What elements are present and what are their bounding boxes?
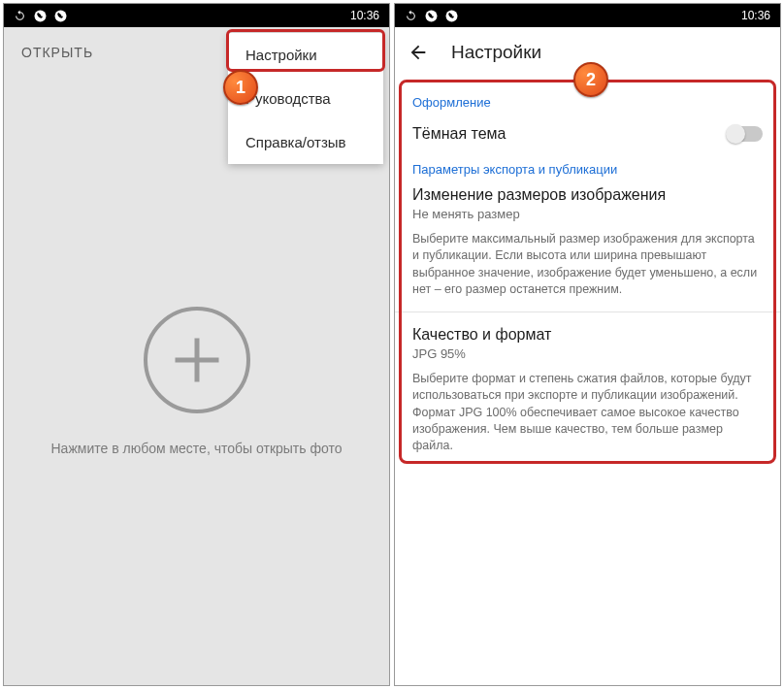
overflow-menu: Настройки Руководства Справка/отзыв (228, 33, 383, 164)
open-label: ОТКРЫТЬ (21, 45, 93, 60)
setting-dark-theme[interactable]: Тёмная тема (412, 119, 763, 152)
dark-theme-label: Тёмная тема (412, 125, 506, 143)
settings-toolbar: Настройки (395, 27, 780, 78)
arrow-left-icon (408, 42, 429, 63)
refresh-icon (14, 10, 26, 22)
viber-icon (445, 10, 458, 22)
status-bar: 10:36 (395, 4, 780, 27)
phone-left: 10:36 ОТКРЫТЬ Нажмите в любом месте, что… (3, 3, 390, 686)
resize-desc: Выберите максимальный размер изображения… (412, 231, 763, 298)
settings-screen: Настройки Оформление Тёмная тема Парамет… (395, 27, 780, 685)
quality-value: JPG 95% (412, 346, 763, 361)
status-time: 10:36 (741, 9, 770, 22)
menu-item-settings[interactable]: Настройки (228, 33, 383, 77)
status-time: 10:36 (350, 9, 379, 22)
phone-right: 10:36 Настройки Оформление Тёмная тема П… (394, 3, 781, 686)
resize-value: Не менять размер (412, 207, 763, 221)
dark-theme-toggle[interactable] (728, 126, 763, 142)
setting-resize[interactable]: Изменение размеров изображения Не менять… (412, 186, 763, 298)
section-appearance: Оформление (412, 95, 763, 110)
quality-title: Качество и формат (412, 326, 763, 344)
viber-icon (34, 10, 47, 22)
add-photo-button[interactable] (144, 307, 250, 413)
divider (395, 312, 780, 312)
home-hint: Нажмите в любом месте, чтобы открыть фот… (51, 441, 343, 456)
menu-item-feedback[interactable]: Справка/отзыв (228, 120, 383, 164)
status-bar: 10:36 (4, 4, 389, 27)
viber-icon (425, 10, 438, 22)
refresh-icon (405, 10, 417, 22)
quality-desc: Выберите формат и степень сжатия файлов,… (412, 371, 763, 454)
viber-icon (54, 10, 67, 22)
plus-icon (168, 331, 226, 389)
section-export: Параметры экспорта и публикации (412, 162, 763, 177)
back-button[interactable] (407, 41, 430, 64)
setting-quality[interactable]: Качество и формат JPG 95% Выберите форма… (412, 326, 763, 454)
page-title: Настройки (451, 42, 541, 63)
menu-item-guides[interactable]: Руководства (228, 77, 383, 120)
resize-title: Изменение размеров изображения (412, 186, 763, 204)
